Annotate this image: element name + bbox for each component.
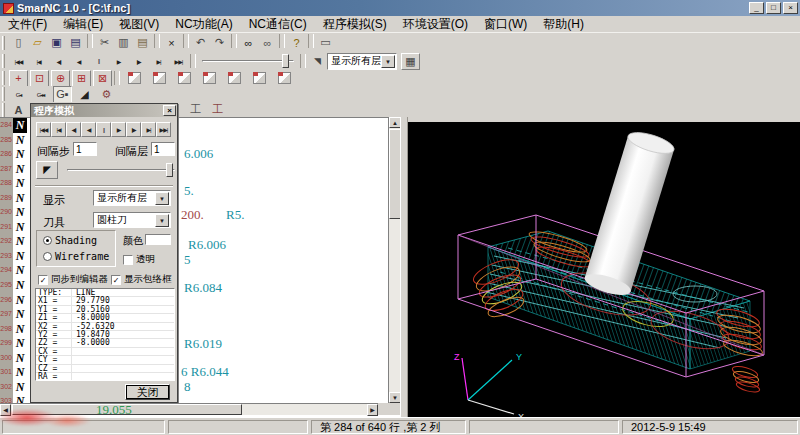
find-next-icon[interactable]: ∞	[258, 34, 277, 51]
chevron-down-icon[interactable]: ▼	[381, 55, 395, 68]
editor-line[interactable]: 297 N	[0, 307, 30, 322]
editor-line[interactable]: 285 N	[0, 133, 30, 148]
editor-line[interactable]: 286 N	[0, 147, 30, 162]
toolbar-grip[interactable]	[2, 87, 5, 101]
editor-line[interactable]: 298 N	[0, 322, 30, 337]
slider-thumb[interactable]	[282, 54, 289, 68]
simulation-progress-slider[interactable]	[202, 53, 294, 69]
sim-pause-icon[interactable]: ||	[89, 53, 108, 70]
layer-list-icon[interactable]: ▦	[401, 53, 420, 70]
editor-line[interactable]: 284 N	[0, 118, 30, 133]
sim-next-layer-icon[interactable]: ▶|	[141, 122, 156, 137]
editor-line[interactable]: 288 N	[0, 176, 30, 191]
minimize-button[interactable]: _	[749, 2, 764, 14]
layer-filter-dropdown[interactable]: 显示所有层 ▼	[327, 53, 397, 70]
editor-line[interactable]: 291 N	[0, 220, 30, 235]
tool-dropdown[interactable]: 圆柱刀 ▼	[93, 212, 171, 228]
editor-line[interactable]: 287 N	[0, 162, 30, 177]
chevron-down-icon[interactable]: ▼	[155, 192, 169, 205]
sim-prev-layer-icon[interactable]: |◀	[29, 53, 48, 70]
scrollbar-thumb[interactable]	[12, 404, 242, 415]
menu-item[interactable]: NC功能(A)	[167, 15, 240, 34]
g-current-icon[interactable]: G▪	[53, 86, 72, 103]
menu-item[interactable]: 帮助(H)	[535, 15, 592, 34]
view-sw-iso-icon[interactable]	[125, 70, 144, 87]
view-nw-iso-icon[interactable]	[200, 70, 219, 87]
g-back-icon[interactable]: G◂◂	[31, 86, 50, 103]
envelope-checkbox[interactable]: ✓ 显示包络框	[111, 273, 172, 286]
mark-insert-icon[interactable]: 工	[186, 101, 205, 118]
print-icon[interactable]: ▭	[316, 34, 335, 51]
chevron-down-icon[interactable]: ▼	[155, 214, 169, 227]
sim-to-end-icon[interactable]: ▶▶|	[156, 122, 171, 137]
view-ne-iso-icon[interactable]	[175, 70, 194, 87]
sim-next-step-icon[interactable]: |▶	[126, 122, 141, 137]
close-icon[interactable]: ×	[163, 105, 176, 116]
toolbar-grip[interactable]	[2, 71, 5, 85]
pick-cursor-icon[interactable]: ◤	[36, 161, 58, 179]
editor-line[interactable]: 293 N	[0, 249, 30, 264]
settings-gear-icon[interactable]: ⚙	[97, 86, 116, 103]
sim-prev-step-icon[interactable]: ◀|	[49, 53, 68, 70]
sim-next-step-icon[interactable]: |▶	[129, 53, 148, 70]
zoom-window-icon[interactable]: ⊡	[30, 70, 49, 87]
sim-play-icon[interactable]: ▶	[109, 53, 128, 70]
wireframe-radio[interactable]: Wireframe	[43, 251, 109, 262]
sim-next-layer-icon[interactable]: ▶|	[149, 53, 168, 70]
menu-item[interactable]: 视图(V)	[111, 15, 167, 34]
view-top-icon[interactable]	[225, 70, 244, 87]
pan-icon[interactable]: +	[9, 70, 28, 87]
editor-line[interactable]: 295 N	[0, 278, 30, 293]
find-icon[interactable]: ∞	[239, 34, 258, 51]
font-icon[interactable]: A	[9, 101, 28, 118]
undo-icon[interactable]: ↶	[191, 34, 210, 51]
sim-prev-layer-icon[interactable]: |◀	[51, 122, 66, 137]
close-button[interactable]: 关闭	[125, 384, 170, 400]
sim-play-reverse-icon[interactable]: ◀	[69, 53, 88, 70]
zoom-fit-icon[interactable]: ⊞	[72, 70, 91, 87]
menu-item[interactable]: 环境设置(O)	[395, 15, 476, 34]
color-swatch[interactable]	[145, 234, 171, 245]
editor-line[interactable]: 289 N	[0, 191, 30, 206]
segment-info-list[interactable]: TYPE: LINE X1 = 29.7790 Y1 = 20.5160 Z1 …	[35, 288, 175, 381]
toolbar-grip[interactable]	[2, 103, 5, 117]
scroll-left-icon[interactable]: ◀	[0, 404, 11, 416]
help-icon[interactable]: ?	[287, 34, 306, 51]
sim-prev-step-icon[interactable]: ◀|	[66, 122, 81, 137]
new-file-icon[interactable]: ▯	[9, 34, 28, 51]
pane-splitter[interactable]	[400, 117, 408, 417]
interval-step-input[interactable]	[73, 142, 97, 156]
restore-button[interactable]: □	[766, 2, 781, 14]
g-run-icon[interactable]: G◂	[9, 86, 28, 103]
mark-jump-icon[interactable]: 工	[208, 101, 227, 118]
paste-icon[interactable]: ▤	[133, 34, 152, 51]
sim-pause-icon[interactable]: ||	[96, 122, 111, 137]
copy-icon[interactable]: ▥	[114, 34, 133, 51]
slider-thumb[interactable]	[166, 163, 173, 177]
editor-vertical-scrollbar[interactable]: ▲ ▼	[388, 117, 400, 403]
save-all-icon[interactable]: ▤	[66, 34, 85, 51]
editor-horizontal-scrollbar[interactable]: ◀ ▶	[0, 403, 378, 415]
view-se-iso-icon[interactable]	[150, 70, 169, 87]
menu-item[interactable]: 编辑(E)	[55, 15, 111, 34]
sim-rewind-icon[interactable]: |◀◀	[36, 122, 51, 137]
editor-line[interactable]: 294 N	[0, 263, 30, 278]
menu-item[interactable]: 程序模拟(S)	[315, 15, 395, 34]
pick-arrow-icon[interactable]: ◢	[75, 86, 94, 103]
scroll-right-icon[interactable]: ▶	[367, 404, 378, 416]
sim-play-icon[interactable]: ▶	[111, 122, 126, 137]
sync-editor-checkbox[interactable]: ✓ 同步到编辑器	[38, 273, 108, 286]
open-folder-icon[interactable]: ▱	[28, 34, 47, 51]
zoom-all-icon[interactable]: ⊠	[93, 70, 112, 87]
view-front-icon[interactable]	[250, 70, 269, 87]
transparent-checkbox[interactable]: 透明	[123, 253, 155, 266]
interval-layer-input[interactable]	[151, 142, 175, 156]
editor-line[interactable]: 300 N	[0, 351, 30, 366]
zoom-dynamic-icon[interactable]: ⊕	[51, 70, 70, 87]
editor-line[interactable]: 302 N	[0, 380, 30, 395]
view-side-icon[interactable]	[275, 70, 294, 87]
toolbar-grip[interactable]	[2, 54, 5, 68]
sim-rewind-icon[interactable]: |◀◀	[9, 53, 28, 70]
menu-item[interactable]: NC通信(C)	[241, 15, 315, 34]
editor-line[interactable]: 290 N	[0, 205, 30, 220]
